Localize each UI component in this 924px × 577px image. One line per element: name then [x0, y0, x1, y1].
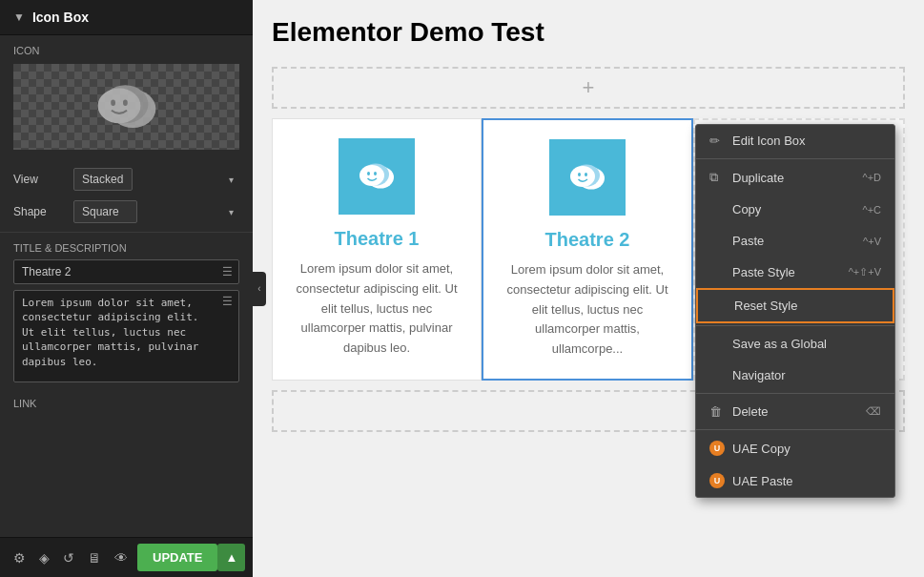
svg-point-13 — [578, 173, 581, 176]
ctx-delete[interactable]: 🗑 Delete ⌫ — [696, 396, 894, 427]
update-arrow-button[interactable]: ▲ — [217, 544, 245, 571]
ctx-duplicate-shortcut: ^+D — [862, 172, 881, 183]
ctx-copy[interactable]: Copy ^+C — [696, 194, 894, 225]
desc-dynamic-icon[interactable]: ☰ — [216, 291, 238, 312]
ctx-copy-label: Copy — [732, 202, 761, 216]
card-1[interactable]: Theatre 1 Lorem ipsum dolor sit amet, co… — [272, 118, 482, 381]
add-section-bar-top[interactable]: + — [272, 67, 905, 109]
svg-point-2 — [97, 88, 140, 123]
svg-point-8 — [367, 172, 370, 175]
ctx-paste-shortcut: ^+V — [863, 236, 881, 247]
card-2-text: Lorem ipsum dolor sit amet, consectetur … — [503, 260, 672, 360]
ctx-edit-icon: ✏ — [709, 134, 725, 148]
title-input-row: ☰ — [13, 259, 239, 284]
card-2-icon-box — [549, 139, 626, 216]
panel-title: Icon Box — [32, 10, 89, 25]
ctx-duplicate[interactable]: ⧉ Duplicate ^+D — [696, 161, 894, 194]
svg-point-12 — [570, 166, 595, 187]
view-select[interactable]: Stacked Framed Default — [73, 168, 133, 191]
ctx-uae-paste-icon: U — [709, 473, 725, 488]
ctx-paste-style-shortcut: ^+⇧+V — [849, 266, 881, 278]
context-menu: ✏ Edit Icon Box ⧉ Duplicate ^+D Copy ^+C… — [695, 124, 895, 498]
ctx-uae-paste-label: UAE Paste — [732, 474, 793, 488]
ctx-uae-paste[interactable]: U UAE Paste — [696, 464, 894, 497]
ctx-delete-label: Delete — [732, 404, 769, 419]
eye-icon[interactable]: 👁 — [111, 548, 132, 567]
title-dynamic-icon[interactable]: ☰ — [216, 265, 238, 278]
panel-collapse-arrow[interactable]: ▼ — [13, 10, 25, 24]
ctx-paste-style[interactable]: Paste Style ^+⇧+V — [696, 257, 894, 288]
desc-textarea-row: Lorem ipsum dolor sit amet, consectetur … — [13, 290, 239, 382]
settings-icon[interactable]: ⚙ — [10, 548, 30, 567]
view-label: View — [13, 173, 66, 186]
main-content: Elementor Demo Test + — [253, 0, 924, 577]
ctx-navigator[interactable]: Navigator — [696, 360, 894, 391]
title-input[interactable] — [14, 260, 216, 283]
ctx-paste[interactable]: Paste ^+V — [696, 225, 894, 257]
left-panel: ▼ Icon Box Icon — [0, 0, 253, 577]
shape-select[interactable]: Square Circle Rounded — [73, 200, 137, 223]
ctx-uae-copy[interactable]: U UAE Copy — [696, 432, 894, 464]
card-1-theatre-icon — [353, 153, 400, 200]
title-desc-label: Title & Description — [13, 242, 239, 254]
ctx-edit-icon-box[interactable]: ✏ Edit Icon Box — [696, 125, 894, 156]
title-desc-section: Title & Description ☰ Lorem ipsum dolor … — [0, 237, 253, 394]
history-icon[interactable]: ↺ — [59, 548, 78, 567]
layers-icon[interactable]: ◈ — [35, 548, 53, 567]
icon-section-label: Icon — [13, 45, 239, 56]
card-1-icon-box — [339, 138, 415, 215]
icon-section: Icon — [0, 35, 253, 163]
shape-select-wrapper: Square Circle Rounded — [73, 200, 239, 223]
ctx-navigator-label: Navigator — [732, 368, 786, 382]
shape-label: Shape — [13, 205, 66, 218]
ctx-edit-label: Edit Icon Box — [732, 134, 806, 148]
card-2-theatre-icon — [564, 154, 611, 201]
bottom-toolbar: ⚙ ◈ ↺ 🖥 👁 UPDATE ▲ — [0, 537, 253, 577]
desc-textarea[interactable]: Lorem ipsum dolor sit amet, consectetur … — [14, 291, 216, 381]
add-section-plus-icon: + — [583, 75, 595, 100]
ctx-duplicate-label: Duplicate — [732, 171, 784, 185]
svg-point-7 — [359, 165, 384, 186]
card-1-text: Lorem ipsum dolor sit amet, consectetur … — [292, 259, 462, 359]
ctx-delete-shortcut: ⌫ — [866, 405, 881, 418]
ctx-reset-style[interactable]: Reset Style — [696, 288, 894, 323]
card-2[interactable]: Theatre 2 Lorem ipsum dolor sit amet, co… — [482, 118, 693, 381]
ctx-uae-copy-icon: U — [709, 441, 725, 456]
card-2-title: Theatre 2 — [503, 229, 672, 251]
panel-collapse-handle[interactable]: ‹ — [253, 272, 266, 306]
ctx-uae-copy-label: UAE Copy — [732, 442, 791, 456]
link-section: Link — [0, 394, 253, 417]
svg-point-14 — [585, 173, 587, 176]
ctx-duplicate-icon: ⧉ — [709, 170, 725, 185]
responsive-icon[interactable]: 🖥 — [84, 548, 105, 567]
theatre-mask-preview-icon — [89, 76, 165, 138]
link-label: Link — [13, 398, 239, 409]
ctx-reset-style-label: Reset Style — [734, 299, 797, 313]
panel-header: ▼ Icon Box — [0, 0, 253, 35]
ctx-copy-shortcut: ^+C — [862, 204, 881, 216]
shape-row: Shape Square Circle Rounded — [0, 196, 253, 228]
ctx-delete-icon: 🗑 — [709, 404, 725, 419]
ctx-save-global-label: Save as a Global — [732, 337, 827, 351]
svg-point-4 — [123, 99, 128, 105]
svg-point-3 — [111, 99, 115, 105]
ctx-paste-label: Paste — [732, 234, 764, 248]
svg-point-9 — [374, 172, 377, 175]
icon-preview[interactable] — [13, 64, 239, 150]
card-1-title: Theatre 1 — [292, 228, 462, 250]
ctx-save-global[interactable]: Save as a Global — [696, 328, 894, 360]
update-button[interactable]: UPDATE — [137, 544, 217, 571]
ctx-paste-style-label: Paste Style — [732, 265, 795, 279]
view-select-wrapper: Stacked Framed Default — [73, 168, 239, 191]
view-row: View Stacked Framed Default — [0, 163, 253, 196]
page-title: Elementor Demo Test — [253, 0, 924, 57]
update-group: UPDATE ▲ — [137, 544, 245, 571]
